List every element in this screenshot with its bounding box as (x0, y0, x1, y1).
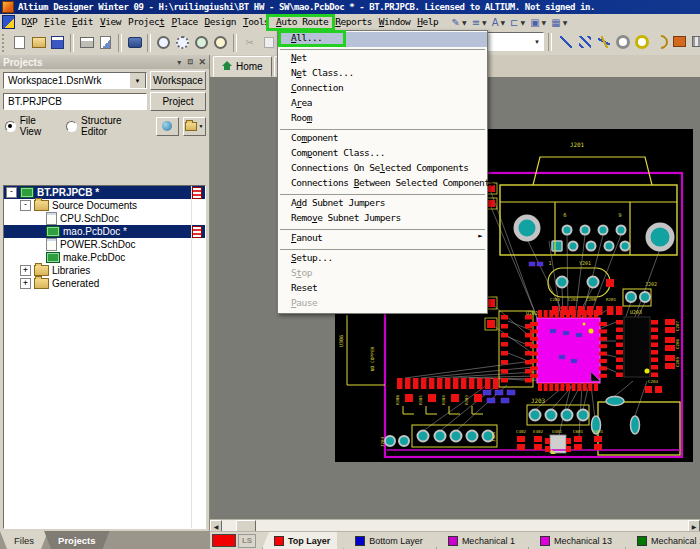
menu-item-connections-between-selected-components[interactable]: Connections Between Selected Components (278, 177, 487, 192)
menu-item-connection[interactable]: Connection (278, 82, 487, 97)
layer-tab-mechanical-15[interactable]: Mechanical 15 (625, 532, 700, 549)
menu-item-connections-on-selected-components[interactable]: Connections On Selected Components (278, 162, 487, 177)
open-button[interactable] (29, 33, 48, 52)
sketch-icon[interactable]: ✎▼ (450, 15, 469, 29)
menu-item-room[interactable]: Room (278, 112, 487, 127)
tree-item-generated[interactable]: +Generated (4, 277, 205, 290)
tab-home[interactable]: Home (213, 56, 272, 77)
project-field[interactable]: BT.PRJPCB (3, 93, 147, 110)
print-button[interactable] (77, 33, 96, 52)
zoom-area-button[interactable] (173, 33, 192, 52)
projects-panel-title: Projects (3, 57, 42, 68)
menu-item-fanout[interactable]: Fanout► (278, 232, 487, 247)
layer-tab-mechanical-13[interactable]: Mechanical 13 (528, 532, 619, 549)
project-button[interactable]: Project (150, 92, 206, 111)
zoom-sel-button[interactable] (211, 33, 230, 52)
route-button[interactable] (556, 32, 575, 51)
route-multi-button[interactable] (594, 32, 613, 51)
menubar-item-project[interactable]: Project (124, 14, 168, 30)
menu-item-all[interactable]: All... (278, 32, 487, 47)
via-button[interactable] (632, 32, 651, 51)
tree-item-source-documents[interactable]: -Source Documents (4, 199, 205, 212)
toolbar-grip[interactable] (2, 34, 8, 52)
svg-text:Y201: Y201 (579, 260, 591, 266)
menu-item-net[interactable]: Net (278, 52, 487, 67)
preview-button[interactable] (96, 33, 115, 52)
workspace-button[interactable]: Workspace (150, 71, 206, 90)
collapse-icon[interactable]: - (20, 200, 31, 211)
chevron-down-icon[interactable]: ▼ (129, 72, 146, 89)
workspace-combo[interactable]: Workspace1.DsnWrk ▼ (3, 72, 147, 89)
menu-item-component-class[interactable]: Component Class... (278, 147, 487, 162)
align-icon[interactable]: ≡▼ (470, 15, 489, 29)
zoom-fit-button[interactable] (192, 33, 211, 52)
layer-set-button[interactable]: LS (238, 534, 256, 548)
expand-icon[interactable]: + (20, 265, 31, 276)
menubar-item-design[interactable]: Design (201, 14, 239, 30)
tree-item-power-schdoc[interactable]: POWER.SchDoc (4, 238, 205, 251)
layer-color-swatch (274, 536, 284, 546)
menubar-item-view[interactable]: View (97, 14, 125, 30)
menu-item-area[interactable]: Area (278, 97, 487, 112)
layer-tab-mechanical-1[interactable]: Mechanical 1 (436, 532, 522, 549)
zoom-in-button[interactable] (154, 33, 173, 52)
menubar-item-edit[interactable]: Edit (69, 14, 97, 30)
pad-button[interactable] (613, 32, 632, 51)
expand-icon[interactable]: + (20, 278, 31, 289)
layers-icon[interactable]: ▣▼ (528, 15, 548, 29)
menu-item-remove-subnet-jumpers[interactable]: Remove Subnet Jumpers (278, 212, 487, 227)
menu-item-reset[interactable]: Reset (278, 282, 487, 297)
collapse-icon[interactable]: - (6, 187, 17, 198)
new-button[interactable] (10, 33, 29, 52)
menu-item-net-class[interactable]: Net Class... (278, 67, 487, 82)
print-icon (80, 37, 94, 48)
menubar-item-file[interactable]: File (41, 14, 69, 30)
layer-pair-combo[interactable]: ▼ (486, 32, 544, 51)
chevron-down-icon[interactable]: ▼ (176, 59, 183, 66)
layer-tab-bottom-layer[interactable]: Bottom Layer (343, 532, 430, 549)
arc-button[interactable] (651, 32, 670, 51)
layer-tab-top-layer[interactable]: Top Layer (262, 532, 337, 549)
layer-color-swatch (540, 536, 550, 546)
book-button[interactable] (125, 33, 144, 52)
close-icon[interactable]: ✕ (198, 57, 206, 67)
menubar-item-reports[interactable]: Reports (332, 14, 376, 30)
anchor-icon[interactable]: A▼ (490, 15, 507, 29)
panel-tab-files[interactable]: Files (0, 531, 48, 549)
structure-editor-radio[interactable] (66, 121, 77, 132)
save-button[interactable] (48, 33, 67, 52)
tree-item-cpu-schdoc[interactable]: CPU.SchDoc (4, 212, 205, 225)
cut-button[interactable]: ✂ (240, 33, 259, 52)
menubar-item-dxp[interactable]: DXP (18, 14, 41, 30)
dxp-icon[interactable] (2, 15, 15, 29)
active-layer-swatch[interactable] (212, 534, 236, 547)
panel-tab-projects[interactable]: Projects (44, 531, 110, 549)
route-bus-button[interactable] (575, 32, 594, 51)
menu-item-component[interactable]: Component (278, 132, 487, 147)
svg-text:J203: J203 (531, 397, 546, 404)
array-button[interactable] (689, 32, 700, 51)
workspace-combo-value: Workspace1.DsnWrk (8, 75, 102, 86)
navigator-button[interactable] (156, 117, 179, 136)
file-view-radio[interactable] (5, 121, 16, 132)
pcb-project-icon (20, 187, 34, 198)
menubar-item-window[interactable]: Window (375, 14, 413, 30)
menubar-item-auto-route[interactable]: Auto Route (273, 14, 332, 30)
fill-button[interactable] (670, 32, 689, 51)
open-project-button[interactable]: ▼ (183, 117, 206, 136)
menubar-item-tools[interactable]: Tools (239, 14, 272, 30)
menu-item-add-subnet-jumpers[interactable]: Add Subnet Jumpers (278, 197, 487, 212)
menu-bar: DXPFileEditViewProjectPlaceDesignToolsAu… (0, 14, 700, 31)
menubar-item-help[interactable]: Help (414, 14, 442, 30)
pin-icon[interactable]: ⊡ (188, 58, 194, 66)
svg-text:C601: C601 (573, 429, 584, 434)
margin-icon[interactable]: ⊏▼ (508, 15, 527, 29)
copy-button[interactable] (259, 33, 278, 52)
modified-doc-icon (192, 187, 202, 199)
project-field-value: BT.PRJPCB (8, 96, 62, 107)
grid-icon[interactable]: ▦▼ (549, 15, 569, 29)
menubar-item-place[interactable]: Place (168, 14, 201, 30)
menu-item-setup[interactable]: Setup... (278, 252, 487, 267)
via-icon (635, 35, 649, 49)
tree-item-mao-pcbdoc[interactable]: mao.PcbDoc * (4, 225, 205, 238)
